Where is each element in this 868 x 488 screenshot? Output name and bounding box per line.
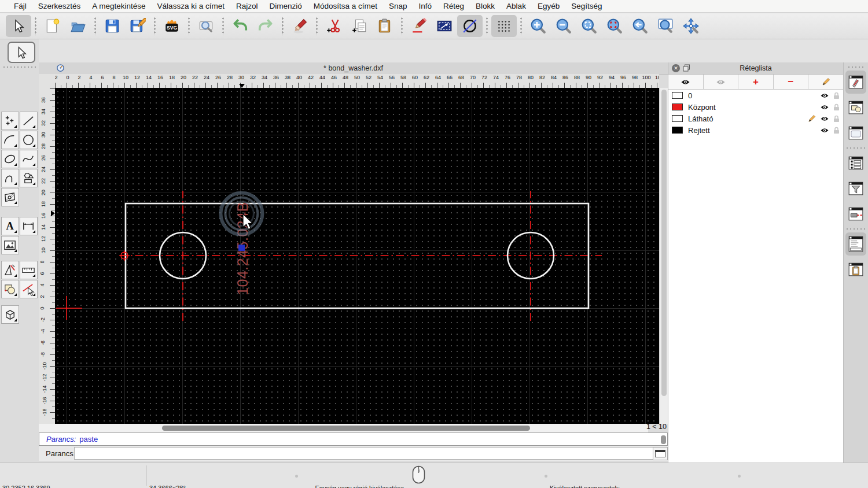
layer-visibility-eye-icon[interactable] [820, 116, 829, 122]
menu-blokk[interactable]: Blokk [470, 2, 501, 10]
save-as-button[interactable] [125, 15, 150, 37]
palette-deselect-tool[interactable] [20, 280, 38, 298]
copy-button[interactable] [347, 15, 372, 37]
vertical-scrollbar[interactable] [659, 88, 668, 424]
layer-lock-icon[interactable] [833, 115, 840, 123]
print-preview-button[interactable] [193, 15, 219, 37]
paste-button[interactable] [372, 15, 398, 37]
drawing-canvas[interactable]: 104.245.024B [55, 88, 659, 424]
layer-visibility-eye-icon[interactable] [820, 93, 829, 99]
layer-panel-title: Réteglista [668, 64, 843, 72]
cut-button[interactable] [321, 15, 347, 37]
new-document-button[interactable] [40, 15, 65, 37]
palette-polygon-shapes-tool[interactable] [20, 169, 38, 187]
zoom-in-button[interactable] [525, 15, 551, 37]
remove-layer-button[interactable]: − [774, 75, 809, 89]
layer-row-rejtett[interactable]: Rejtett [668, 124, 843, 136]
document-title-bar[interactable]: * bond_washer.dxf [39, 62, 668, 75]
layer-lock-icon[interactable] [833, 127, 840, 134]
keyboard-toggle-button[interactable] [653, 447, 668, 460]
close-icon[interactable]: ✕ [672, 64, 680, 72]
select-tool-button[interactable] [6, 15, 31, 37]
menu-egyeb[interactable]: Egyéb [532, 2, 565, 10]
open-file-button[interactable] [65, 15, 91, 37]
palette-measure-tool[interactable] [20, 261, 38, 279]
layer-lock-icon[interactable] [833, 103, 840, 111]
layer-panel-header: ✕ Réteglista [668, 62, 843, 75]
layer-row-lathato[interactable]: Látható [668, 113, 843, 124]
menu-ablak[interactable]: Ablak [501, 2, 532, 10]
menu-snap[interactable]: Snap [383, 2, 413, 10]
hide-all-layers-button[interactable] [704, 75, 739, 89]
command-input[interactable] [74, 447, 656, 460]
palette-blocks-tool[interactable] [1, 280, 19, 298]
layer-row-kozpont[interactable]: Központ [668, 101, 843, 113]
zoom-previous-button[interactable] [627, 15, 653, 37]
attributes-dock-button[interactable] [845, 71, 866, 94]
palette-image-tool[interactable] [1, 236, 19, 254]
measurement-dock-button[interactable] [845, 202, 866, 225]
zoom-selected-button[interactable] [602, 15, 627, 37]
float-panel-icon[interactable] [683, 64, 691, 72]
filter-dock-button[interactable] [845, 177, 866, 200]
menu-a-megtekintese[interactable]: A megtekintése [86, 2, 151, 10]
redo-button[interactable] [253, 15, 278, 37]
layer-visibility-eye-icon[interactable] [820, 104, 829, 110]
palette-line-tool[interactable] [20, 112, 38, 130]
add-layer-button[interactable]: + [738, 75, 774, 89]
grid-toggle-button[interactable] [491, 15, 517, 37]
palette-draft-tools-tool[interactable] [1, 261, 19, 279]
circle-line-icon [462, 18, 478, 34]
menu-szerkesztes[interactable]: Szerkesztés [32, 2, 87, 10]
library-dock-button[interactable] [845, 96, 866, 119]
palette-text-tool[interactable]: A [1, 217, 19, 235]
layer-row-0[interactable]: 0 [668, 90, 843, 101]
clipboard-dock-button[interactable] [845, 258, 866, 281]
palette-select-tool[interactable] [8, 42, 35, 63]
palette-ellipse-tool[interactable] [1, 150, 19, 168]
palette-polyline-tool[interactable] [1, 169, 19, 187]
save-button[interactable] [100, 15, 125, 37]
layer-visibility-eye-icon[interactable] [820, 127, 829, 134]
zoom-out-button[interactable] [551, 15, 576, 37]
select-window-button[interactable] [432, 15, 457, 37]
delete-button[interactable] [287, 15, 312, 37]
menu-info[interactable]: Infó [413, 2, 438, 10]
palette-cube-3d-tool[interactable] [1, 305, 19, 324]
command-dock-button[interactable] [845, 232, 866, 256]
menu-dimenzio[interactable]: Dimenzió [263, 2, 307, 10]
horizontal-ruler: 2024681012141618202224262830323436384042… [55, 74, 659, 88]
vertical-scrollbar-thumb[interactable] [661, 90, 667, 396]
menu-valassza-ki-a-cimet[interactable]: Válassza ki a címet [152, 2, 230, 10]
h-ruler-label: 68 [458, 75, 464, 80]
text-icon: A [3, 219, 17, 234]
palette-arc-tool[interactable] [1, 131, 19, 149]
palette-circle-tool[interactable] [20, 131, 38, 149]
palette-dimension-tool[interactable] [20, 217, 38, 235]
palette-points-tool[interactable] [1, 112, 19, 130]
menu-rajzol[interactable]: Rajzol [230, 2, 264, 10]
menu-reteg[interactable]: Réteg [437, 2, 470, 10]
layer-lock-icon[interactable] [833, 92, 840, 99]
pan-button[interactable] [678, 15, 704, 37]
undo-button[interactable] [227, 15, 253, 37]
zoom-window-button[interactable] [653, 15, 678, 37]
palette-hatch-tool[interactable] [1, 188, 19, 206]
svg-export-button[interactable]: SVG [159, 15, 185, 37]
zoom-auto-button[interactable] [576, 15, 602, 37]
draft-circle-line-button[interactable] [457, 15, 483, 37]
command-history-scrollbar[interactable] [661, 435, 666, 444]
menu-segitseg[interactable]: Segítség [565, 2, 608, 10]
preview-dock-button[interactable] [845, 121, 866, 145]
show-all-layers-button[interactable] [668, 75, 704, 89]
horizontal-scrollbar[interactable] [39, 424, 648, 432]
draw-pen-button[interactable] [406, 15, 432, 37]
h-ruler-label: 2 [78, 75, 80, 80]
h-ruler-label: 20 [181, 75, 186, 80]
palette-spline-tool[interactable] [20, 150, 38, 168]
horizontal-scrollbar-thumb[interactable] [162, 426, 530, 431]
edit-layer-button[interactable] [808, 75, 843, 89]
menu-modositsa-a-cimet[interactable]: Módosítsa a címet [308, 2, 383, 10]
menu-fajl[interactable]: Fájl [8, 2, 32, 10]
layer-list-dock-button[interactable] [845, 151, 866, 175]
